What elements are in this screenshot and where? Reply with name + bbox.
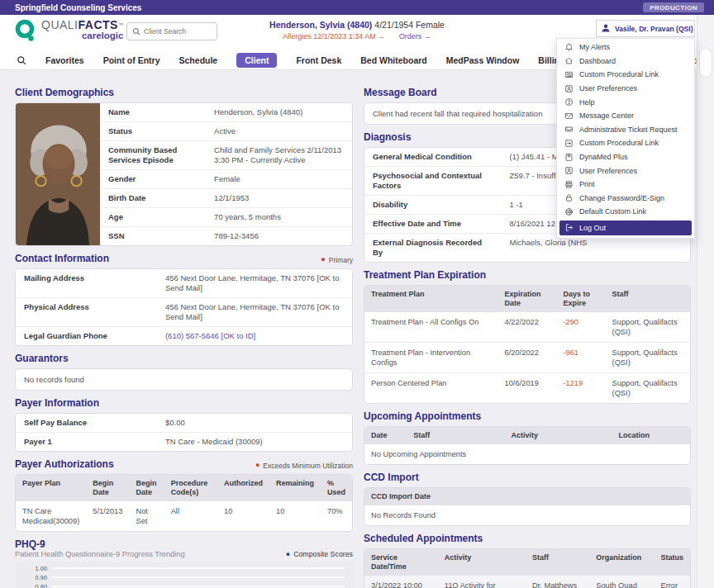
menu-item-user-preferences[interactable]: User Preferences [557, 164, 694, 178]
menu-item-label: Help [579, 98, 595, 107]
menu-item-dashboard[interactable]: Dashboard [557, 55, 694, 69]
menu-item-message-center[interactable]: Message Center [557, 109, 694, 123]
treatment-plan-table: Treatment PlanExpiration DateDays to Exp… [364, 285, 691, 404]
column-header-days-to-expire: Days to Expire [556, 286, 605, 312]
menu-item-my-alerts[interactable]: My Alerts [557, 40, 694, 55]
field-label: Psychosocial and Contextual Factors [364, 167, 501, 195]
primary-dot-icon: ● [321, 256, 325, 263]
kv-row: Physical Address456 Next Door Lane, Herm… [16, 298, 352, 327]
nav-item-bed-whiteboard[interactable]: Bed Whiteboard [360, 55, 427, 65]
user-menu-button[interactable]: Vasile, Dr. Pravan (QSI) [596, 20, 695, 37]
nav-item-schedule[interactable]: Schedule [179, 55, 218, 65]
patient-banner: Henderson, Sylvia (4840) 4/21/1954 Femal… [269, 20, 445, 40]
column-header-staff: Staff [407, 427, 504, 444]
field-label: Payer 1 [16, 433, 157, 451]
phq9-subtitle: Patient Health Questionnaire-9 Progress … [15, 550, 185, 558]
field-label: General Medical Condition [364, 148, 501, 166]
field-label: Birth Date [100, 189, 206, 207]
payer-info-table: Self Pay Balance$0.00Payer 1TN Care - Me… [15, 413, 353, 452]
kv-row: Birth Date12/1/1953 [100, 189, 352, 208]
column-header-organization: Organization [589, 549, 654, 576]
contact-information-section: Contact Information ●Primary Mailing Add… [15, 253, 353, 346]
table-cell: -961 [556, 343, 605, 373]
allergies-link[interactable]: Allergies 12/1/2023 1:34 AM → [283, 32, 385, 40]
menu-item-help[interactable]: Help [557, 95, 694, 109]
column-header-activity: Activity [438, 549, 526, 576]
menu-item-print[interactable]: Print [557, 178, 694, 192]
svg-text:0.90: 0.90 [36, 574, 47, 581]
menu-item-label: User Preferences [579, 167, 637, 175]
field-label: Legal Guardian Phone [16, 327, 157, 345]
column-header-location: Location [612, 427, 690, 444]
table-cell: Person Centered Plan [364, 373, 498, 404]
client-search[interactable] [126, 22, 217, 40]
menu-item-administrative-ticket-request[interactable]: Administrative Ticket Request [557, 123, 694, 137]
field-value: Child and Family Services 2/11/2013 3:30… [206, 141, 352, 169]
nav-item-medpass-window[interactable]: MedPass Window [446, 55, 520, 65]
section-title: Message Board [364, 87, 437, 98]
nav-item-client[interactable]: Client [236, 53, 277, 68]
scrollbar-thumb[interactable] [699, 48, 712, 78]
field-value: 789-12-3456 [206, 227, 352, 245]
menu-item-default-custom-link[interactable]: Default Custom Link [557, 205, 694, 219]
menu-item-custom-procedural-link[interactable]: Custom Procedural Link [557, 136, 694, 150]
page-scrollbar[interactable] [697, 15, 714, 588]
field-value: Active [206, 122, 352, 140]
table-cell: TN Care Medicaid(30009) [16, 501, 86, 531]
qualifacts-logo: QUALIFACTS™ carelogic [15, 19, 123, 47]
table-cell: Error [654, 576, 690, 588]
ccd-import-section: CCD Import CCD Import DateNo Records Fou… [364, 472, 691, 526]
guarantors-empty-text: No records found [16, 369, 352, 390]
field-value: TN Care - Medicaid (30009) [157, 433, 352, 451]
section-title: Upcoming Appointments [364, 410, 481, 422]
table-row: Treatment Plan - Intervention Configs6/2… [364, 343, 690, 373]
utilization-badge: ●Exceeds Minimum Utilization [255, 462, 353, 470]
menu-item-dynamed-plus[interactable]: DynaMed Plus [557, 150, 694, 164]
field-label: Self Pay Balance [16, 414, 157, 432]
orders-link[interactable]: Orders → [399, 32, 431, 40]
kv-row: SSN789-12-3456 [100, 227, 352, 245]
table-row: 3/1/2022 10:00 AM11Q Activity for Mobile… [364, 576, 690, 588]
nav-item-favorites[interactable]: Favorites [45, 55, 84, 65]
section-title: Treatment Plan Expiration [364, 269, 486, 281]
field-label: Status [100, 122, 206, 140]
column-header-procedure-code-s: Procedure Code(s) [164, 475, 217, 501]
menu-item-label: Custom Procedural Link [579, 70, 659, 78]
field-label: Effective Date and Time [364, 215, 501, 233]
field-value-link[interactable]: (610) 567-5646 [OK to ID] [157, 327, 352, 345]
kv-row: Age70 years, 5 months [100, 208, 352, 227]
nav-item-front-desk[interactable]: Front Desk [296, 55, 341, 65]
treatment-plan-expiration-section: Treatment Plan Expiration Treatment Plan… [364, 269, 691, 404]
logo-mark-icon [15, 19, 36, 47]
menu-item-label: Custom Procedural Link [579, 139, 659, 147]
scheduled-appointments-table: Service Date/TimeActivityStaffOrganizati… [364, 548, 691, 588]
menu-item-log-out[interactable]: Log Out [559, 220, 692, 235]
menu-item-custom-procedural-link[interactable]: Custom Procedural Link [557, 68, 694, 82]
logo-tm: ™ [118, 22, 124, 27]
empty-text: No Records Found [364, 505, 690, 525]
client-search-input[interactable] [144, 27, 210, 36]
phq9-section: PHQ-9 Patient Health Questionnaire-9 Pro… [15, 538, 353, 588]
column-header-service-date-time: Service Date/Time [364, 549, 438, 576]
menu-item-label: User Preferences [579, 84, 637, 92]
section-title: Diagnosis [364, 131, 411, 143]
field-value: 12/1/1953 [206, 189, 352, 207]
menu-item-change-password-e-sign[interactable]: Change Password/E-Sign [557, 192, 694, 206]
column-header-activity: Activity [504, 427, 612, 444]
menu-item-user-preferences[interactable]: User Preferences [557, 82, 694, 96]
organization-name: Springfield Counseling Services [15, 3, 141, 12]
table-cell: 3/1/2022 10:00 AM [364, 576, 438, 588]
logo-subbrand: carelogic [41, 30, 123, 41]
nav-search-icon[interactable] [17, 55, 26, 65]
logo-word1: QUALI [41, 18, 79, 31]
menu-item-label: Dashboard [579, 57, 616, 65]
column-header-payer-plan: Payer Plan [16, 475, 86, 501]
field-label: SSN [100, 227, 206, 245]
table-cell: 4/22/2022 [498, 312, 557, 343]
table-cell: -1219 [556, 373, 605, 404]
svg-text:0.80: 0.80 [36, 583, 47, 588]
column-header-remaining: Remaining [269, 475, 321, 501]
section-title: PHQ-9 [15, 538, 45, 550]
nav-item-point-of-entry[interactable]: Point of Entry [103, 55, 160, 65]
kv-row: GenderFemale [100, 170, 352, 189]
